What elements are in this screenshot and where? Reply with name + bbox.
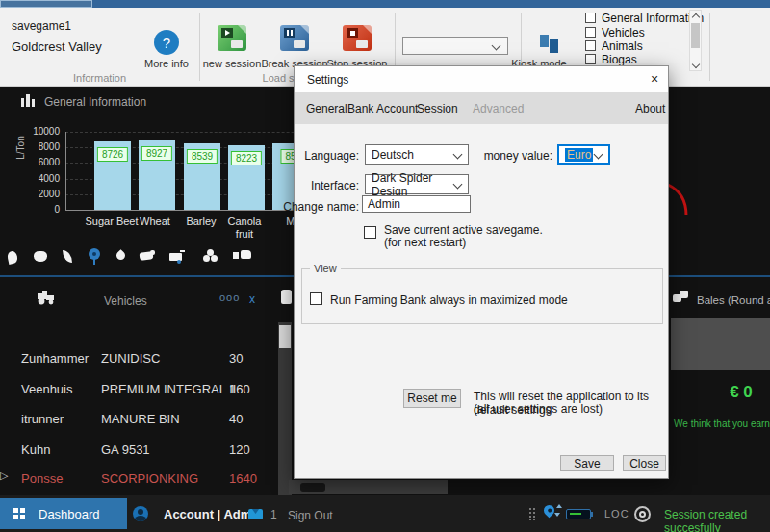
tab-about[interactable]: About — [635, 102, 665, 115]
layer-checkbox-animals[interactable] — [585, 40, 596, 51]
chart-panel-icon — [19, 93, 38, 108]
ytick: 10000 — [23, 126, 60, 137]
panel-menu-icon[interactable]: ooo — [219, 291, 240, 303]
bales-placeholder-box — [671, 318, 770, 370]
settings-dialog: Settings × General Bank Account Session … — [294, 65, 669, 479]
interface-select[interactable]: Dark Spider Design — [365, 174, 469, 194]
dialog-titlebar[interactable]: Settings × — [295, 66, 668, 92]
tractor-trailer-icon[interactable] — [233, 247, 250, 265]
toolbar-separator — [199, 13, 200, 81]
vehicle-brand: Kuhn — [21, 443, 50, 457]
layer-checkbox-label[interactable]: Animals — [602, 39, 643, 53]
more-info-icon[interactable]: ? — [154, 30, 179, 55]
layer-checkbox-general-information[interactable] — [585, 13, 596, 23]
tab-bank-account[interactable]: Bank Account — [347, 102, 418, 115]
water-drop-icon[interactable] — [112, 247, 129, 265]
vehicle-model: MANURE BIN — [101, 412, 180, 426]
chart-bar: 8539 — [184, 143, 220, 210]
animals-group-icon[interactable] — [202, 247, 219, 265]
scroll-down-icon[interactable] — [692, 61, 700, 68]
save-current-label-line1[interactable]: Save current active savegame. — [384, 223, 543, 237]
save-button[interactable]: Save — [560, 455, 614, 471]
dashboard-button[interactable]: Dashboard — [0, 498, 127, 529]
layer-list-scrollbar[interactable] — [689, 10, 702, 71]
view-group-label: View — [310, 263, 341, 274]
user-avatar-icon[interactable] — [133, 506, 148, 521]
vehicle-value: 40 — [229, 412, 243, 426]
dialog-close-icon[interactable]: × — [651, 71, 658, 87]
clipped-panel-icon — [281, 290, 292, 304]
battery-indicator-icon — [566, 509, 591, 519]
view-groupbox: View Run Farming Bank always in maximize… — [301, 268, 663, 324]
vehicles-scrollbar[interactable] — [278, 322, 292, 495]
flower-selected-icon[interactable] — [86, 247, 103, 265]
vehicle-brand: Ponsse — [21, 471, 63, 486]
language-select[interactable]: Deutsch — [365, 144, 469, 165]
tab-session[interactable]: Session — [417, 102, 458, 115]
maximized-checkbox[interactable] — [310, 292, 322, 305]
maximized-checkbox-label[interactable]: Run Farming Bank always in maximized mod… — [330, 293, 568, 307]
xtick: Barley — [173, 215, 229, 228]
savegame-name: savegame1 — [12, 19, 71, 33]
save-current-checkbox[interactable] — [364, 226, 376, 239]
bales-icon — [672, 289, 691, 304]
mail-icon[interactable] — [248, 509, 263, 519]
close-button[interactable]: Close — [623, 455, 666, 471]
language-label: Language: — [295, 149, 359, 163]
layer-checkbox-label[interactable]: Vehicles — [602, 26, 645, 39]
xtick: Canola fruit — [222, 215, 267, 241]
reset-button[interactable]: Reset me — [403, 389, 461, 408]
layer-checkbox-vehicles[interactable] — [585, 27, 596, 38]
tab-advanced[interactable]: Advanced — [473, 102, 524, 115]
trailer-icon[interactable] — [168, 247, 186, 265]
hidden-gauge-arc — [667, 183, 692, 217]
change-name-value: Admin — [368, 197, 400, 211]
mail-count-badge: 1 — [270, 508, 277, 521]
gear-circle-icon[interactable] — [634, 506, 651, 522]
reset-info-line2: (all user settings are lost) — [474, 402, 603, 416]
stop-session-icon[interactable] — [343, 25, 372, 51]
bar-value-label: 8223 — [231, 151, 262, 165]
language-value: Deutsch — [372, 148, 414, 162]
cow-icon[interactable] — [139, 247, 156, 265]
grip-handle-icon[interactable] — [528, 507, 535, 520]
session-status-message: Session created succesfully — [664, 508, 770, 532]
more-info-label[interactable]: More info — [132, 58, 201, 69]
ytick: 0 — [23, 204, 60, 215]
grid-icon — [13, 508, 25, 519]
toolbar-dropdown[interactable] — [402, 37, 508, 55]
ytick: 4000 — [23, 173, 60, 184]
layer-checkbox-label[interactable]: Biogas — [602, 53, 637, 66]
layer-checkbox-biogas[interactable] — [585, 54, 596, 64]
bar-value-label: 8539 — [187, 149, 218, 164]
status-bar: Dashboard Account | Admin 1 Sign Out LOC… — [0, 495, 770, 532]
egg-icon[interactable] — [32, 247, 49, 265]
new-session-icon[interactable] — [218, 25, 246, 51]
tractor-icon — [35, 290, 58, 305]
ytick: 8000 — [23, 141, 60, 152]
vehicle-value: 30 — [229, 351, 243, 366]
vehicle-brand: Veenhuis — [21, 382, 73, 396]
vehicles-panel-title: Vehicles — [104, 294, 147, 308]
arrow-up-icon — [556, 504, 562, 508]
bales-panel-title: Bales (Round and S — [697, 294, 770, 306]
scrollbar-thumb[interactable] — [691, 23, 700, 48]
sprout-icon[interactable] — [59, 247, 76, 265]
money-value-select[interactable]: Euro — [557, 144, 610, 165]
bar-value-label: 8726 — [97, 147, 128, 162]
panel-close-icon[interactable]: x — [249, 292, 255, 306]
break-session-icon[interactable] — [280, 25, 309, 51]
new-session-button[interactable]: new session — [197, 58, 267, 69]
window-title-strip-segment — [0, 0, 92, 8]
scroll-up-icon[interactable] — [692, 13, 700, 21]
arrow-down-icon — [554, 513, 560, 517]
dialog-title: Settings — [307, 73, 348, 87]
sign-out-link[interactable]: Sign Out — [288, 509, 333, 522]
kiosk-mode-icon[interactable] — [540, 33, 561, 54]
tab-general[interactable]: General — [306, 102, 347, 115]
change-name-input[interactable]: Admin — [362, 195, 471, 213]
scrollbar-thumb[interactable] — [279, 325, 291, 348]
ytick: 6000 — [23, 157, 60, 167]
chicken-icon[interactable] — [4, 247, 21, 265]
chart-bar: 8927 — [139, 140, 175, 210]
